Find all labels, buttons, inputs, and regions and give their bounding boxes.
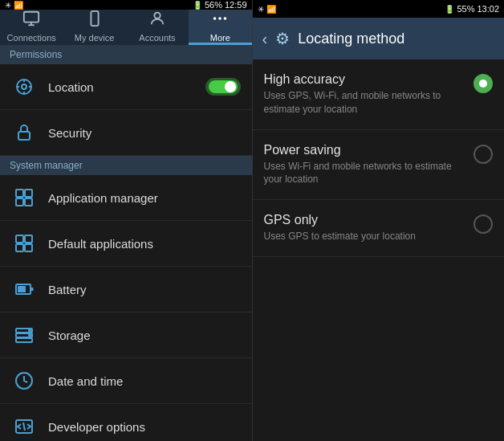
- tab-more[interactable]: More: [189, 10, 251, 45]
- gps-only-radio[interactable]: [474, 214, 493, 234]
- application-manager-label: Application manager: [48, 191, 158, 205]
- menu-item-battery[interactable]: Battery: [0, 267, 252, 312]
- location-label: Location: [48, 80, 94, 94]
- developer-options-icon: [11, 414, 37, 439]
- svg-rect-0: [24, 12, 39, 22]
- tab-accounts[interactable]: Accounts: [126, 10, 189, 45]
- menu-item-location[interactable]: Location: [0, 64, 252, 110]
- menu-item-date-and-time[interactable]: Date and time: [0, 358, 252, 404]
- menu-item-storage[interactable]: Storage: [0, 312, 252, 358]
- toggle-knob: [225, 81, 236, 92]
- tab-bar: Connections My device Accounts: [0, 10, 252, 45]
- gps-only-text: GPS only Uses GPS to estimate your locat…: [264, 213, 466, 243]
- bluetooth-icon: ✳: [5, 1, 11, 10]
- tab-more-label: More: [210, 33, 230, 43]
- right-status-icons: ✳ 📶: [258, 5, 276, 14]
- security-icon: [11, 120, 37, 145]
- gps-only-desc: Uses GPS to estimate your location: [264, 230, 466, 243]
- accounts-icon: [148, 10, 166, 31]
- settings-gear-icon: ⚙: [275, 29, 290, 48]
- svg-rect-29: [16, 338, 32, 342]
- locating-options-list: High accuracy Uses GPS, Wi-Fi, and mobil…: [253, 59, 505, 441]
- application-manager-icon: [11, 185, 37, 210]
- connections-icon: [22, 10, 40, 31]
- svg-point-7: [218, 17, 222, 20]
- battery-icon-left: 🔋: [193, 1, 202, 10]
- tab-my-device[interactable]: My device: [63, 10, 125, 45]
- power-saving-text: Power saving Uses Wi-Fi and mobile netwo…: [264, 143, 466, 187]
- signal-icon: 📶: [14, 1, 23, 10]
- section-system-manager-header: System manager: [0, 156, 252, 175]
- power-saving-title: Power saving: [264, 143, 466, 157]
- left-status-right: 🔋 56% 12:59: [193, 0, 247, 10]
- right-time: 13:02: [477, 4, 499, 14]
- svg-rect-16: [16, 190, 23, 197]
- section-permissions-header: Permissions: [0, 45, 252, 64]
- battery-menu-icon: [11, 276, 37, 302]
- menu-item-default-applications[interactable]: Default applications: [0, 221, 252, 267]
- right-header-title: Locating method: [298, 31, 404, 47]
- high-accuracy-title: High accuracy: [264, 72, 466, 87]
- menu-item-security[interactable]: Security: [0, 110, 252, 156]
- more-icon: [211, 10, 229, 31]
- power-saving-radio[interactable]: [474, 145, 493, 164]
- date-and-time-icon: [11, 368, 37, 394]
- left-panel: ✳ 📶 🔋 56% 12:59 Connections My devic: [0, 0, 252, 441]
- right-status-bar: ✳ 📶 🔋 55% 13:02: [253, 0, 505, 18]
- security-label: Security: [48, 126, 91, 140]
- locating-option-gps-only[interactable]: GPS only Uses GPS to estimate your locat…: [253, 200, 505, 257]
- right-header: ‹ ⚙ Locating method: [253, 18, 505, 59]
- svg-rect-3: [91, 11, 98, 26]
- location-toggle[interactable]: [205, 78, 241, 96]
- svg-rect-15: [18, 132, 30, 140]
- high-accuracy-text: High accuracy Uses GPS, Wi-Fi, and mobil…: [264, 72, 466, 116]
- left-status-icons: ✳ 📶: [5, 1, 23, 10]
- power-saving-desc: Uses Wi-Fi and mobile networks to estima…: [264, 160, 466, 187]
- menu-item-developer-options[interactable]: Developer options: [0, 404, 252, 441]
- default-applications-label: Default applications: [48, 237, 153, 251]
- date-and-time-label: Date and time: [48, 374, 123, 388]
- tab-my-device-label: My device: [75, 33, 115, 43]
- svg-point-5: [154, 13, 160, 18]
- right-panel: ✳ 📶 🔋 55% 13:02 ‹ ⚙ Locating method High…: [253, 0, 505, 441]
- svg-rect-20: [16, 235, 23, 243]
- location-icon: [11, 74, 37, 100]
- left-battery-percent: 56%: [205, 0, 222, 10]
- locating-option-high-accuracy[interactable]: High accuracy Uses GPS, Wi-Fi, and mobil…: [253, 59, 505, 130]
- left-status-bar: ✳ 📶 🔋 56% 12:59: [0, 0, 252, 10]
- svg-point-8: [224, 17, 227, 20]
- high-accuracy-radio[interactable]: [474, 74, 493, 93]
- my-device-icon: [86, 10, 104, 31]
- right-battery-percent: 55%: [457, 4, 474, 14]
- svg-rect-21: [25, 235, 32, 243]
- svg-point-10: [22, 84, 26, 89]
- developer-options-label: Developer options: [48, 420, 145, 434]
- svg-rect-26: [18, 286, 26, 292]
- right-status-right: 🔋 55% 13:02: [445, 4, 499, 14]
- default-applications-icon: [11, 231, 37, 256]
- svg-line-34: [23, 423, 25, 431]
- high-accuracy-desc: Uses GPS, Wi-Fi, and mobile networks to …: [264, 89, 466, 116]
- storage-icon: [11, 322, 37, 348]
- storage-label: Storage: [48, 329, 91, 342]
- right-bluetooth-icon: ✳: [258, 5, 264, 14]
- svg-rect-22: [16, 244, 23, 251]
- svg-point-6: [213, 17, 217, 20]
- svg-rect-17: [25, 190, 32, 197]
- svg-rect-18: [16, 198, 23, 206]
- svg-rect-23: [25, 244, 32, 251]
- back-button[interactable]: ‹: [262, 30, 268, 48]
- tab-accounts-label: Accounts: [139, 33, 175, 43]
- tab-connections-label: Connections: [7, 33, 56, 43]
- svg-point-30: [29, 330, 30, 332]
- locating-option-power-saving[interactable]: Power saving Uses Wi-Fi and mobile netwo…: [253, 130, 505, 201]
- right-signal-icon: 📶: [266, 5, 276, 14]
- left-time: 12:59: [225, 0, 247, 10]
- battery-label: Battery: [48, 283, 87, 296]
- gps-only-title: GPS only: [264, 213, 466, 227]
- menu-item-application-manager[interactable]: Application manager: [0, 175, 252, 221]
- tab-connections[interactable]: Connections: [0, 10, 63, 45]
- svg-rect-19: [25, 198, 32, 206]
- right-battery-icon: 🔋: [445, 5, 454, 14]
- svg-point-31: [29, 335, 30, 337]
